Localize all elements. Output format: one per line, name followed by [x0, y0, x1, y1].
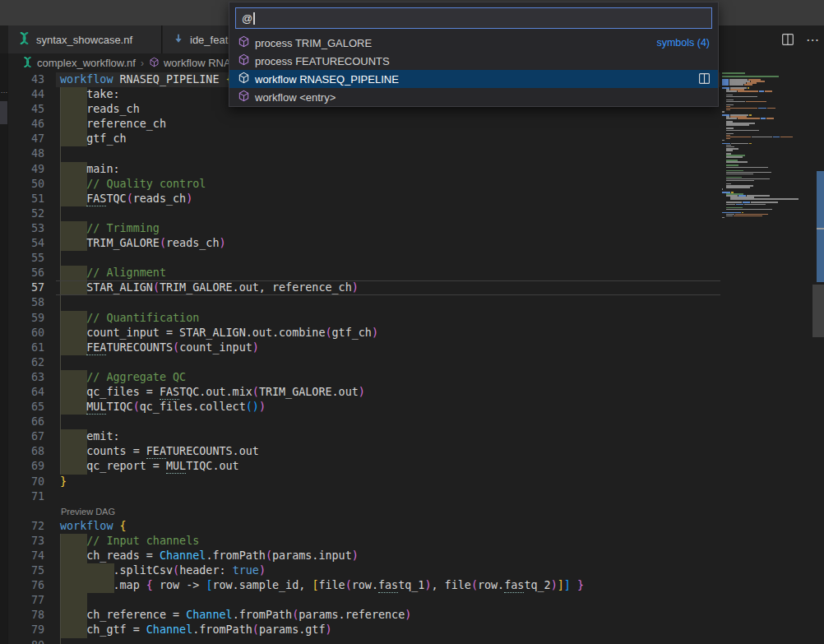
quick-open-item[interactable]: process TRIM_GALOREsymbols (4): [229, 34, 718, 52]
quick-open-item-label: process FEATURECOUNTS: [255, 55, 390, 67]
line-number: 79: [8, 623, 44, 637]
minimap-line: [722, 84, 752, 86]
minimap[interactable]: [722, 72, 811, 237]
code-text: qc_report = MULTIQC.out: [60, 459, 239, 474]
code-line[interactable]: 47 gtf_ch: [8, 132, 824, 146]
code-line[interactable]: 66: [8, 415, 824, 429]
code-text: }: [60, 475, 67, 489]
code-line[interactable]: 46 reference_ch: [8, 117, 824, 132]
quick-open-item[interactable]: workflow RNASEQ_PIPELINE: [229, 70, 718, 88]
text-cursor: [253, 12, 255, 25]
line-number: 63: [8, 370, 44, 385]
indent-guide: [60, 206, 61, 221]
quick-open-item-label: process TRIM_GALORE: [255, 37, 372, 49]
minimap-line: [722, 217, 724, 219]
line-number: 45: [8, 102, 44, 117]
code-line[interactable]: 53 // Trimming: [8, 221, 824, 236]
code-text: workflow {: [60, 519, 127, 534]
code-text: // Aggregate QC: [60, 370, 186, 385]
code-line[interactable]: 68 counts = FEATURECOUNTS.out: [8, 444, 824, 459]
code-line[interactable]: 76 .map { row -> [row.sample_id, [file(r…: [8, 578, 824, 593]
quick-open-item[interactable]: workflow <entry>: [229, 88, 718, 106]
left-sidebar-strip: …: [0, 53, 8, 644]
code-line[interactable]: 50 // Quality control: [8, 177, 824, 192]
split-editor-button[interactable]: [780, 31, 796, 48]
code-line[interactable]: 78 ch_reference = Channel.fromPath(param…: [8, 608, 824, 623]
code-line[interactable]: 80: [8, 638, 824, 644]
minimap-line: [726, 215, 762, 217]
symbol-cube-icon: [238, 72, 250, 86]
code-line[interactable]: 77: [8, 593, 824, 608]
code-text: qc_files = FASTQC.out.mix(TRIM_GALORE.ou…: [60, 385, 365, 400]
code-line[interactable]: 61 FEATURECOUNTS(count_input): [8, 341, 824, 355]
breadcrumb-separator: ›: [140, 58, 145, 69]
code-text: reference_ch: [60, 117, 166, 132]
indent-guide: [60, 295, 61, 310]
symbol-cube-icon: [238, 53, 250, 68]
code-line[interactable]: 56 // Alignment: [8, 266, 824, 280]
code-line[interactable]: 55: [8, 251, 824, 266]
code-line[interactable]: 49 main:: [8, 162, 824, 177]
code-line[interactable]: 79 ch_gtf = Channel.fromPath(params.gtf): [8, 623, 824, 637]
strip-scrollbar-thumb[interactable]: [0, 101, 7, 124]
code-line[interactable]: 51 FASTQC(reads_ch): [8, 192, 824, 206]
minimap-line: [722, 188, 723, 190]
code-editor[interactable]: 43workflow RNASEQ_PIPELINE {44 take:45 r…: [8, 72, 824, 644]
code-text: ch_reference = Channel.fromPath(params.r…: [60, 608, 411, 623]
code-line[interactable]: 48: [8, 146, 824, 161]
line-number: 69: [8, 459, 44, 474]
indent-guide: [60, 415, 61, 429]
code-line[interactable]: 73 // Input channels: [8, 534, 824, 549]
line-number: 57: [8, 280, 44, 295]
minimap-line: [726, 167, 768, 169]
code-line[interactable]: 58: [8, 295, 824, 310]
line-number: 52: [8, 206, 44, 221]
line-number: 46: [8, 117, 44, 132]
minimap-line: [722, 140, 724, 141]
quick-open-input[interactable]: @: [235, 7, 712, 29]
code-text: take:: [60, 87, 120, 102]
minimap-line: [726, 156, 743, 158]
line-number: 43: [8, 72, 44, 87]
minimap-line: [726, 180, 754, 182]
code-line[interactable]: 70}: [8, 475, 824, 489]
code-line[interactable]: 64 qc_files = FASTQC.out.mix(TRIM_GALORE…: [8, 385, 824, 400]
code-line[interactable]: 54 TRIM_GALORE(reads_ch): [8, 236, 824, 251]
code-line[interactable]: 75 .splitCsv(header: true): [8, 563, 824, 578]
overflow-ellipsis: …: [0, 86, 8, 95]
code-line[interactable]: 74 ch_reads = Channel.fromPath(params.in…: [8, 549, 824, 563]
code-line[interactable]: 63 // Aggregate QC: [8, 370, 824, 385]
open-to-side-button[interactable]: [698, 72, 711, 87]
minimap-line: [722, 72, 745, 74]
code-line[interactable]: 62: [8, 355, 824, 370]
code-text: main:: [60, 162, 120, 177]
bracket-guide-background: [60, 593, 87, 608]
line-number: 55: [8, 251, 44, 266]
tab-label: syntax_showcase.nf: [36, 34, 132, 46]
tab-syntax-showcase[interactable]: syntax_showcase.nf: [8, 25, 162, 53]
code-line[interactable]: 59 // Quantification: [8, 311, 824, 326]
line-number: 72: [8, 519, 44, 534]
minimap-line: [726, 90, 772, 92]
minimap-line: [726, 174, 753, 175]
breadcrumb-file[interactable]: complex_workflow.nf: [37, 57, 136, 69]
minimap-line: [726, 138, 730, 140]
code-line[interactable]: 72workflow {: [8, 519, 824, 534]
code-text: // Input channels: [60, 534, 199, 549]
line-number: 73: [8, 534, 44, 549]
codelens-preview-dag[interactable]: Preview DAG: [8, 504, 824, 519]
code-line[interactable]: 67 emit:: [8, 429, 824, 444]
code-line[interactable]: 69 qc_report = MULTIQC.out: [8, 459, 824, 474]
code-line[interactable]: 65 MULTIQC(qc_files.collect()): [8, 400, 824, 415]
line-number: 53: [8, 221, 44, 236]
code-line[interactable]: 60 count_input = STAR_ALIGN.out.combine(…: [8, 326, 824, 341]
code-line[interactable]: 57 STAR_ALIGN(TRIM_GALORE.out, reference…: [8, 280, 824, 295]
line-number: 59: [8, 311, 44, 326]
nextflow-logo-icon: [18, 32, 30, 47]
code-line[interactable]: 52: [8, 206, 824, 221]
line-number: 58: [8, 295, 44, 310]
quick-open-item[interactable]: process FEATURECOUNTS: [229, 52, 718, 70]
line-number: 66: [8, 415, 44, 429]
code-line[interactable]: 71: [8, 489, 824, 504]
quick-open-item-label: workflow <entry>: [255, 91, 336, 104]
